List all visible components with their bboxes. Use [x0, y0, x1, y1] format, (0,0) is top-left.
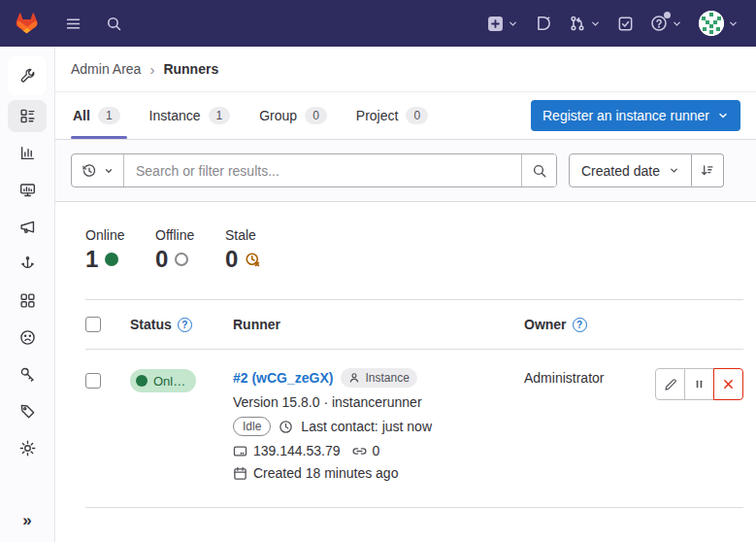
runner-jobs-count[interactable]: 0 — [373, 443, 380, 458]
clock-icon — [279, 420, 293, 434]
sort-controls: Created date — [569, 153, 724, 187]
gear-icon — [19, 440, 36, 457]
status-offline-circle-icon — [175, 253, 188, 266]
edit-runner-button[interactable] — [655, 368, 685, 400]
runners-table: Status Runner Owner Online — [85, 299, 743, 508]
stat-offline: Offline 0 — [155, 227, 225, 273]
hook-anchor-icon — [19, 255, 36, 272]
sort-descending-icon — [700, 163, 714, 178]
runner-owner-link[interactable]: Administrator — [524, 370, 655, 386]
sidebar-item-labels[interactable] — [11, 395, 44, 427]
sort-by-dropdown[interactable]: Created date — [569, 153, 692, 187]
search-filter-box — [71, 153, 557, 187]
search-submit-button[interactable] — [521, 154, 556, 186]
recent-searches-dropdown[interactable] — [72, 154, 124, 186]
close-x-icon — [722, 378, 735, 390]
sidebar-item-analytics[interactable] — [11, 137, 44, 169]
last-contact-text: Last contact: just now — [301, 419, 432, 434]
breadcrumb-admin-area[interactable]: Admin Area — [71, 61, 141, 77]
owner-help-icon[interactable] — [573, 318, 587, 332]
status-stale-clock-icon — [245, 252, 261, 268]
merge-requests-button[interactable] — [569, 15, 601, 32]
gitlab-logo-icon[interactable] — [14, 11, 40, 36]
sidebar-item-deploy-keys[interactable] — [11, 358, 44, 390]
chevron-down-icon — [104, 166, 114, 176]
select-all-checkbox[interactable] — [85, 317, 101, 332]
user-avatar — [699, 11, 724, 36]
runner-summary-cell: #2 (wCG_zeGX) Instance Version 15.8.0 · … — [233, 368, 524, 481]
new-menu-button[interactable] — [487, 16, 518, 32]
tab-project[interactable]: Project 0 — [342, 92, 443, 139]
search-icon — [532, 163, 547, 179]
runners-content: Online 1 Offline 0 Stale 0 — [55, 202, 756, 542]
online-dot-icon — [136, 375, 148, 387]
runner-status-stats: Online 1 Offline 0 Stale 0 — [85, 227, 743, 273]
runner-row: Online #2 (wCG_zeGX) Instance Version 15… — [85, 350, 743, 508]
pencil-icon — [664, 378, 677, 391]
runner-type-tabs: All 1 Instance 1 Group 0 Project 0 Regis… — [55, 92, 756, 140]
search-input[interactable] — [124, 163, 521, 179]
tab-all-count: 1 — [98, 107, 120, 124]
chevron-down-icon — [508, 18, 518, 29]
issues-button[interactable] — [535, 15, 552, 32]
user-menu-button[interactable] — [699, 11, 739, 36]
key-icon — [19, 366, 36, 383]
calendar-icon — [233, 466, 247, 481]
sidebar-item-settings[interactable] — [11, 432, 44, 464]
tab-instance-count: 1 — [209, 107, 231, 124]
runner-link[interactable]: #2 (wCG_zeGX) — [233, 370, 333, 386]
runner-type-badge: Instance — [341, 368, 416, 388]
bar-chart-icon — [19, 145, 36, 161]
tab-project-count: 0 — [406, 107, 428, 124]
ip-address-icon — [233, 444, 247, 458]
tab-all[interactable]: All 1 — [71, 92, 135, 139]
runner-state-badge: Idle — [233, 417, 271, 436]
chevron-down-icon — [728, 18, 739, 29]
search-icon[interactable] — [98, 8, 129, 39]
chevron-down-icon — [590, 18, 601, 29]
main-content: Admin Area › Runners All 1 Instance 1 Gr… — [55, 47, 756, 542]
todo-check-icon — [617, 16, 634, 32]
sidebar-item-admin-tools[interactable] — [8, 56, 47, 95]
register-instance-runner-button[interactable]: Register an instance runner — [531, 100, 740, 131]
runner-status-badge: Online — [130, 369, 196, 392]
help-menu-button[interactable] — [650, 15, 682, 32]
todos-button[interactable] — [617, 16, 634, 32]
chevron-down-icon — [669, 165, 679, 176]
runner-ip-address: 139.144.53.79 — [253, 443, 341, 458]
issues-icon — [535, 15, 552, 32]
pause-runner-button[interactable] — [684, 368, 714, 400]
sort-direction-button[interactable] — [692, 153, 724, 187]
top-navbar — [0, 0, 756, 47]
sidebar-item-applications[interactable] — [11, 285, 44, 317]
sidebar-item-monitoring[interactable] — [11, 174, 44, 206]
status-help-icon[interactable] — [178, 318, 192, 332]
apps-grid-icon — [19, 292, 36, 309]
link-icon — [352, 444, 367, 458]
pause-icon — [693, 378, 706, 390]
chevron-down-icon — [717, 110, 729, 121]
frown-face-icon — [19, 329, 36, 346]
sidebar-expand-icon[interactable] — [22, 511, 31, 530]
sidebar-item-messages[interactable] — [11, 211, 44, 243]
gitlab-admin-runners-page: Admin Area › Runners All 1 Instance 1 Gr… — [0, 0, 756, 542]
breadcrumb-separator: › — [149, 61, 154, 78]
wrench-icon — [19, 68, 36, 85]
runner-version-line: Version 15.8.0 · instancerunner — [233, 394, 524, 410]
table-header-row: Status Runner Owner — [85, 300, 743, 350]
tab-group-count: 0 — [305, 107, 327, 124]
runner-actions — [655, 368, 743, 400]
stat-stale: Stale 0 — [225, 227, 295, 273]
breadcrumb-runners: Runners — [163, 61, 218, 77]
person-icon — [348, 372, 360, 384]
delete-runner-button[interactable] — [713, 368, 743, 400]
hamburger-menu-icon[interactable] — [57, 8, 88, 39]
plus-square-icon — [487, 16, 504, 32]
tab-group[interactable]: Group 0 — [245, 92, 342, 139]
sidebar-item-abuse-reports[interactable] — [11, 322, 44, 354]
tab-instance[interactable]: Instance 1 — [135, 92, 246, 139]
sidebar-item-overview[interactable] — [8, 100, 47, 132]
row-checkbox[interactable] — [85, 373, 101, 389]
sidebar-item-hooks[interactable] — [11, 248, 44, 280]
label-tag-icon — [19, 403, 36, 420]
